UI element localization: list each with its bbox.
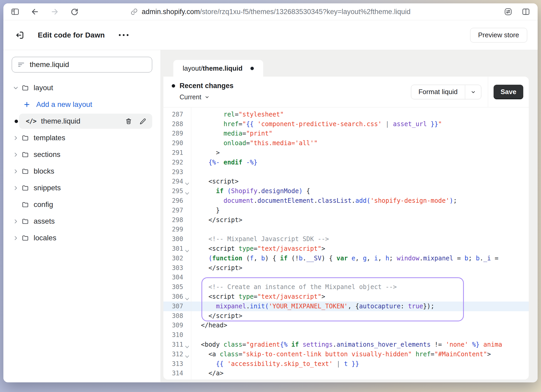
code-line-295[interactable]: 295 if (Shopify.designMode) { [163, 186, 529, 196]
reload-icon[interactable] [70, 7, 79, 16]
sidebar-toggle-icon[interactable] [11, 7, 20, 16]
code-line-300[interactable]: 300 <!-- Mixpanel Javascript SDK --> [163, 234, 529, 244]
line-number[interactable]: 300 [163, 234, 191, 244]
format-liquid-button[interactable]: Format liquid [411, 85, 465, 99]
line-number[interactable]: 310 [163, 330, 191, 340]
line-number[interactable]: 295 [163, 186, 191, 196]
code-line-294[interactable]: 294 <script> [163, 177, 529, 186]
tree-item-add-a-new-layout[interactable]: Add a new layout [12, 96, 152, 113]
code-line-298[interactable]: 298 </script> [163, 215, 529, 225]
line-number[interactable]: 301 [163, 244, 191, 254]
line-number[interactable]: 308 [163, 311, 191, 321]
code-line-301[interactable]: 301 <script type="text/javascript"> [163, 244, 529, 254]
format-options-button[interactable] [465, 85, 481, 99]
code-line-293[interactable]: 293 [163, 167, 529, 177]
line-number[interactable]: 311 [163, 340, 191, 350]
code-line-313[interactable]: 313 {{ 'accessibility.skip_to_text' | t … [163, 359, 529, 369]
exit-editor-icon[interactable] [15, 30, 25, 40]
tree-item-assets[interactable]: assets [12, 213, 152, 230]
code-editor[interactable]: 286 <link287 rel="stylesheet"288 href="{… [163, 107, 529, 379]
more-actions-icon[interactable] [116, 32, 131, 39]
code-line-291[interactable]: 291 > [163, 148, 529, 158]
code-line-290[interactable]: 290 onload="this.media='all'" [163, 138, 529, 148]
code-line-299[interactable]: 299 [163, 225, 529, 234]
line-number[interactable]: 298 [163, 215, 191, 225]
line-number[interactable]: 299 [163, 225, 191, 234]
tree-item-templates[interactable]: templates [12, 130, 152, 146]
line-number[interactable]: 296 [163, 196, 191, 206]
code-line-305[interactable]: 305 <!-- Create an instance of the Mixpa… [163, 282, 529, 292]
pencil-icon[interactable] [139, 118, 146, 125]
tree-item-theme-liquid[interactable]: </>theme.liquid [12, 113, 152, 130]
browser-settings-icon[interactable] [504, 7, 513, 16]
line-number[interactable]: 304 [163, 273, 191, 282]
tree-item-layout[interactable]: layout [12, 79, 152, 96]
line-number[interactable]: 288 [163, 119, 191, 129]
code-line-297[interactable]: 297 } [163, 206, 529, 215]
line-number[interactable]: 303 [163, 263, 191, 273]
line-number[interactable]: 286 [163, 107, 191, 110]
line-number[interactable]: 309 [163, 321, 191, 330]
line-number[interactable]: 291 [163, 148, 191, 158]
line-number[interactable]: 313 [163, 359, 191, 369]
chevron-right-icon[interactable] [12, 168, 22, 174]
line-number[interactable]: 314 [163, 369, 191, 378]
selected-file-row[interactable]: </>theme.liquid [19, 114, 152, 129]
line-number[interactable]: 293 [163, 167, 191, 177]
code-line-296[interactable]: 296 document.documentElement.classList.a… [163, 196, 529, 206]
forward-icon[interactable] [50, 7, 59, 16]
tree-item-locales[interactable]: locales [12, 230, 152, 246]
version-dropdown[interactable]: Current [180, 93, 411, 101]
fold-chevron-icon[interactable] [185, 192, 189, 195]
code-line-302[interactable]: 302 (function (f, b) { if (!b.__SV) { va… [163, 254, 529, 263]
code-line-292[interactable]: 292 {%- endif -%} [163, 158, 529, 167]
line-number[interactable]: 292 [163, 158, 191, 167]
line-number[interactable]: 294 [163, 177, 191, 186]
fold-chevron-icon[interactable] [185, 355, 189, 358]
code-line-308[interactable]: 308 </script> [163, 311, 529, 321]
fold-chevron-icon[interactable] [185, 346, 189, 348]
line-number[interactable]: 305 [163, 282, 191, 292]
save-button[interactable]: Save [494, 85, 524, 99]
tree-item-sections[interactable]: sections [12, 146, 152, 163]
chevron-right-icon[interactable] [12, 135, 22, 141]
tree-item-snippets[interactable]: snippets [12, 180, 152, 196]
fold-chevron-icon[interactable] [185, 182, 189, 185]
code-line-288[interactable]: 288 href="{{ 'component-predictive-searc… [163, 119, 529, 129]
fold-chevron-icon[interactable] [185, 250, 189, 253]
chevron-right-icon[interactable] [12, 152, 22, 158]
line-number[interactable]: 297 [163, 206, 191, 215]
code-line-309[interactable]: 309</head> [163, 321, 529, 330]
line-number[interactable]: 289 [163, 129, 191, 138]
code-line-286[interactable]: 286 <link [163, 107, 529, 110]
line-number[interactable]: 290 [163, 138, 191, 148]
code-line-312[interactable]: 312 <a class="skip-to-content-link butto… [163, 350, 529, 359]
fold-chevron-icon[interactable] [185, 298, 189, 301]
code-line-303[interactable]: 303 </script> [163, 263, 529, 273]
code-line-307[interactable]: 307 mixpanel.init('YOUR_MIXPANEL_TOKEN',… [163, 302, 529, 311]
code-line-310[interactable]: 310 [163, 330, 529, 340]
line-number[interactable]: 312 [163, 350, 191, 359]
code-line-314[interactable]: 314 </a> [163, 369, 529, 378]
search-input[interactable] [30, 60, 147, 69]
code-line-306[interactable]: 306 <script type="text/javascript"> [163, 292, 529, 302]
chevron-right-icon[interactable] [12, 218, 22, 224]
line-number[interactable]: 287 [163, 110, 191, 119]
code-line-304[interactable]: 304 [163, 273, 529, 282]
chevron-down-icon[interactable] [12, 85, 22, 91]
preview-store-button[interactable]: Preview store [470, 28, 527, 42]
code-line-289[interactable]: 289 media="print" [163, 129, 529, 138]
code-line-287[interactable]: 287 rel="stylesheet" [163, 110, 529, 119]
address-bar[interactable]: admin.shopify.com/store/rzq1xu-f5/themes… [131, 8, 410, 16]
back-icon[interactable] [30, 7, 39, 16]
line-number[interactable]: 306 [163, 292, 191, 302]
tree-item-config[interactable]: config [12, 196, 152, 213]
file-search[interactable] [12, 57, 152, 72]
chevron-right-icon[interactable] [12, 235, 22, 241]
split-view-icon[interactable] [521, 7, 530, 16]
line-number[interactable]: 302 [163, 254, 191, 263]
trash-icon[interactable] [125, 118, 132, 125]
chevron-right-icon[interactable] [12, 185, 22, 191]
code-line-311[interactable]: 311<body class="gradient{% if settings.a… [163, 340, 529, 350]
tree-item-blocks[interactable]: blocks [12, 163, 152, 180]
